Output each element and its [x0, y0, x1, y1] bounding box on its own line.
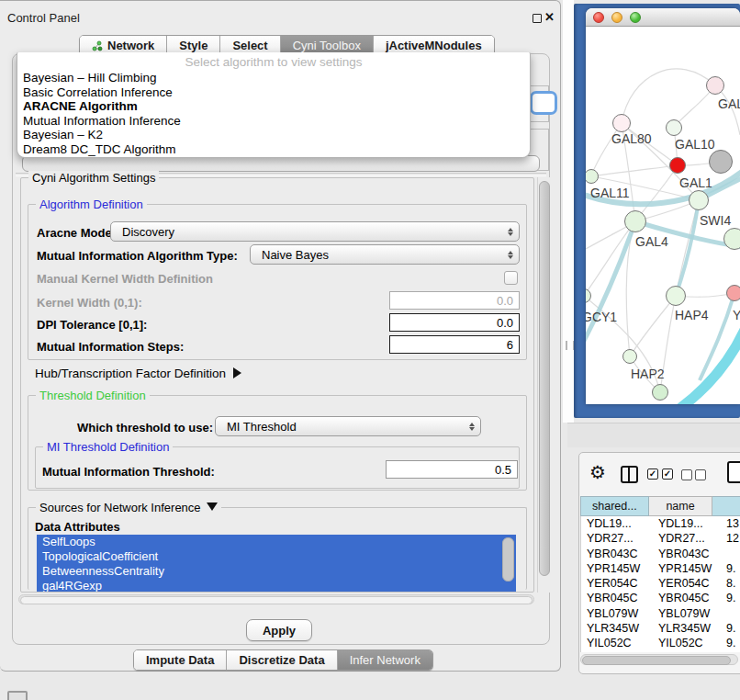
group-title: Cyni Algorithm Settings [28, 171, 159, 185]
mi-type-value: Naive Bayes [251, 248, 502, 262]
network-node[interactable] [709, 150, 733, 174]
scrollbar-thumb[interactable] [582, 656, 731, 665]
network-node-label: GAL1 [679, 175, 712, 190]
network-node[interactable] [669, 157, 686, 174]
column-header-name[interactable]: name [649, 496, 713, 516]
tab-label: Discretize Data [239, 653, 324, 667]
table-cell: YDL19... [658, 516, 703, 531]
mi-type-select[interactable]: Naive Bayes [250, 244, 520, 265]
apply-button[interactable]: Apply [246, 619, 312, 641]
panel-splitter[interactable] [563, 0, 574, 423]
scrollbar-thumb[interactable] [20, 596, 533, 604]
network-node-hap4[interactable] [666, 286, 686, 306]
network-node-gal[interactable] [706, 76, 724, 95]
table-cell: 8. [726, 576, 735, 591]
control-panel-bottom-tabs: Impute DataDiscretize DataInfer Network [133, 649, 433, 671]
network-node-gal4[interactable] [624, 210, 646, 232]
settings-horizontal-scrollbar[interactable] [18, 594, 534, 604]
table-row[interactable]: YPR145WYPR145W9. [581, 561, 740, 576]
table-cell: YDL19... [587, 516, 632, 531]
table-cell: 12 [726, 531, 739, 546]
network-node-label: SWI4 [700, 213, 731, 228]
which-threshold-value: MI Threshold [216, 420, 464, 434]
dpi-tolerance-input[interactable] [389, 313, 520, 332]
kernel-width-label: Kernel Width (0,1): [37, 296, 142, 310]
network-node-y[interactable] [726, 285, 740, 301]
algorithm-option[interactable]: Dream8 DC_TDC Algorithm [17, 142, 530, 157]
data-attribute-item[interactable]: gal4RGexp [37, 579, 516, 592]
column-layout-icon[interactable] [621, 466, 638, 483]
kernel-width-input[interactable] [389, 291, 520, 310]
network-node-swi4[interactable] [723, 228, 740, 250]
algorithm-option[interactable]: ARACNE Algorithm [17, 99, 530, 114]
window-zoom-button[interactable] [630, 12, 641, 23]
network-node-gal1[interactable] [689, 190, 709, 210]
data-attributes-list[interactable]: SelfLoopsTopologicalCoefficientBetweenne… [37, 535, 516, 592]
settings-vertical-scrollbar[interactable] [537, 177, 550, 593]
deselect-all-checkbox-icon[interactable] [681, 469, 692, 480]
table-row[interactable]: YBR045CYBR045C9. [581, 591, 740, 605]
data-attribute-item[interactable]: SelfLoops [37, 535, 516, 549]
table-cell: 9. [726, 636, 735, 650]
mi-steps-input[interactable] [389, 335, 520, 354]
table-row[interactable]: YER054CYER054C8. [581, 576, 740, 591]
focused-button-ring [530, 91, 557, 115]
tab-discretize-data[interactable]: Discretize Data [227, 650, 337, 670]
tab-label: Style [179, 39, 207, 52]
network-node[interactable] [652, 384, 668, 401]
list-scrollbar[interactable] [502, 537, 514, 581]
sources-toggle[interactable]: Sources for Network Inference [36, 501, 221, 514]
aracne-mode-select[interactable]: Discovery [110, 221, 520, 242]
table-row[interactable]: YDR27...YDR27...12 [581, 531, 740, 546]
table-row[interactable]: YBL079WYBL079W [581, 606, 740, 621]
algorithm-option[interactable]: Bayesian – Hill Climbing [17, 71, 530, 85]
table-cell: YER054C [658, 576, 710, 591]
data-attribute-item[interactable]: BetweennessCentrality [37, 564, 516, 579]
deselect-all-checkbox-icon[interactable] [695, 469, 706, 480]
tab-impute-data[interactable]: Impute Data [134, 650, 227, 670]
hub-section-toggle[interactable]: Hub/Transcription Factor Definition [35, 367, 241, 380]
network-node-gal80[interactable] [612, 114, 631, 132]
manual-kernel-checkbox[interactable] [504, 271, 518, 285]
mi-threshold-input[interactable] [386, 460, 518, 479]
table-horizontal-scrollbar[interactable] [580, 654, 738, 665]
document-icon[interactable] [727, 461, 740, 483]
table-cell: 9. [726, 561, 735, 576]
table-row[interactable]: YBR043CYBR043C [581, 547, 740, 561]
algorithm-option[interactable]: Mutual Information Inference [17, 114, 530, 129]
table-settings-gear-icon[interactable]: ⚙ [589, 463, 606, 481]
table-cell: YBR045C [658, 591, 710, 605]
table-row[interactable]: YLR345WYLR345W9. [581, 621, 740, 636]
network-canvas[interactable]: GALGAL80GAL10GAL1GAL11SWI4GAL4GCY1HAP4YH… [586, 27, 740, 404]
network-node-hap2[interactable] [622, 349, 637, 364]
dock-panel-icon[interactable] [7, 691, 28, 700]
network-titlebar[interactable] [586, 8, 740, 27]
table-row[interactable]: YIL052CYIL052C9. [581, 636, 740, 650]
network-node-gal10[interactable] [666, 119, 682, 136]
table-panel-titlebar[interactable]: Table Panel [567, 423, 740, 447]
tab-infer-network[interactable]: Infer Network [338, 650, 432, 670]
table-row[interactable]: YDL19...YDL19...13 [581, 516, 740, 531]
group-title: Threshold Definition [36, 389, 150, 402]
table-cell: YBR043C [658, 547, 710, 561]
popup-placeholder: Select algorithm to view settings [17, 55, 530, 69]
select-all-checkbox-icon[interactable]: ✓ [647, 469, 658, 480]
algorithm-option[interactable]: Basic Correlation Inference [17, 85, 530, 100]
scrollbar-thumb[interactable] [539, 181, 550, 576]
which-threshold-select[interactable]: MI Threshold [215, 416, 481, 436]
float-panel-icon[interactable] [533, 14, 542, 23]
tab-label: jActiveMNodules [386, 39, 482, 52]
panel-title: Control Panel [7, 11, 80, 25]
column-header-shared[interactable]: shared... [580, 496, 649, 516]
select-all-checkbox-icon[interactable]: ✓ [662, 469, 673, 480]
close-panel-icon[interactable]: ✕ [544, 10, 555, 24]
window-minimize-button[interactable] [611, 12, 622, 23]
screen: { "control_panel": { "title": "Control P… [0, 0, 740, 700]
control-panel-titlebar[interactable]: Control Panel ✕ [0, 0, 561, 22]
data-attribute-item[interactable]: TopologicalCoefficient [37, 549, 516, 564]
table-cell: 9. [726, 591, 735, 605]
column-header-cut[interactable] [712, 496, 740, 516]
window-close-button[interactable] [593, 12, 604, 23]
network-node-label: HAP2 [631, 367, 665, 381]
algorithm-option[interactable]: Bayesian – K2 [17, 128, 530, 142]
